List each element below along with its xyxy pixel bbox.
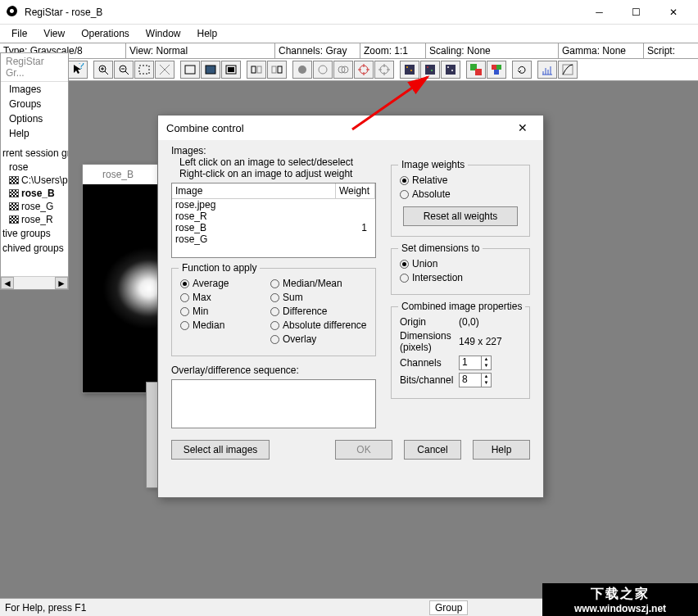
tb-zoom-fit[interactable] <box>134 61 154 79</box>
tb-fullscreen[interactable] <box>201 61 220 79</box>
step-down-icon[interactable]: ▼ <box>482 363 491 369</box>
svg-rect-32 <box>492 65 496 70</box>
radio-average[interactable]: Average <box>180 278 270 289</box>
menu-file[interactable]: File <box>3 26 35 41</box>
radio-difference[interactable]: Difference <box>270 306 367 317</box>
folder-icon <box>9 176 19 184</box>
status-group: Group <box>429 600 468 615</box>
sp-help[interactable]: Help <box>1 126 68 141</box>
svg-rect-33 <box>496 65 501 70</box>
sp-scrollbar[interactable]: ◄ ► <box>1 276 68 289</box>
radio-sum[interactable]: Sum <box>270 292 367 303</box>
tb-curves[interactable] <box>558 61 578 79</box>
menu-view[interactable]: View <box>35 26 73 41</box>
side-panel: RegiStar Gr... Images Groups Options Hel… <box>0 52 69 290</box>
info-gamma: Gamma: None <box>559 43 644 58</box>
menu-window[interactable]: Window <box>138 26 189 41</box>
sp-file-rose-r[interactable]: rose_R <box>1 213 68 226</box>
reset-weights-button[interactable]: Reset all weights <box>403 206 518 226</box>
tb-rotate[interactable] <box>512 61 532 79</box>
sp-group-rose[interactable]: rose <box>1 161 68 174</box>
step-up-icon[interactable]: ▲ <box>482 356 491 363</box>
radio-intersection[interactable]: Intersection <box>400 272 521 283</box>
svg-point-15 <box>298 66 306 74</box>
dialog-close-button[interactable]: ✕ <box>510 121 535 134</box>
radio-min[interactable]: Min <box>180 306 270 317</box>
watermark-text: 下载之家 <box>591 586 650 603</box>
images-table[interactable]: Image Weight rose.jpeg rose_R rose_B1 ro… <box>171 183 376 258</box>
tb-mosaic1[interactable] <box>400 61 419 79</box>
svg-point-28 <box>447 66 449 68</box>
tb-target2[interactable] <box>374 61 394 79</box>
ok-button[interactable]: OK <box>335 440 392 460</box>
sp-groups[interactable]: Groups <box>1 97 68 111</box>
maximize-button[interactable]: ☐ <box>618 1 655 24</box>
tb-circle1[interactable] <box>292 61 312 79</box>
sp-file-rose-g[interactable]: rose_G <box>1 200 68 213</box>
svg-point-29 <box>451 70 453 71</box>
weights-group: Image weights Relative Absolute Reset al… <box>391 165 530 237</box>
tb-mosaic3[interactable] <box>441 61 460 79</box>
svg-rect-10 <box>228 67 234 72</box>
table-row[interactable]: rose_G <box>172 233 375 245</box>
scroll-right-icon[interactable]: ► <box>55 277 68 289</box>
sequence-label: Overlay/difference sequence: <box>171 365 376 376</box>
tb-channel[interactable] <box>221 61 241 79</box>
radio-relative[interactable]: Relative <box>400 174 521 186</box>
tb-circle2[interactable] <box>313 61 333 79</box>
tb-split[interactable] <box>487 61 506 79</box>
tb-combine-rgb[interactable] <box>466 61 486 79</box>
table-row[interactable]: rose.jpeg <box>172 199 375 211</box>
bits-stepper[interactable]: 8▲▼ <box>459 373 492 387</box>
radio-union[interactable]: Union <box>400 258 521 270</box>
info-view: View: Normal <box>126 43 275 58</box>
scroll-left-icon[interactable]: ◄ <box>1 277 14 289</box>
sp-images[interactable]: Images <box>1 82 68 97</box>
select-all-button[interactable]: Select all images <box>171 440 270 460</box>
tb-crop[interactable] <box>155 61 174 79</box>
tb-histogram[interactable] <box>537 61 557 79</box>
cancel-button[interactable]: Cancel <box>404 440 461 460</box>
svg-rect-13 <box>272 66 276 73</box>
dialog-title: Combine control <box>166 122 510 134</box>
channels-stepper[interactable]: 1▲▼ <box>459 356 492 370</box>
tb-circles[interactable] <box>333 61 353 79</box>
radio-absdiff[interactable]: Absolute difference <box>270 319 367 331</box>
tb-next[interactable] <box>267 61 287 79</box>
tb-zoom-out[interactable] <box>114 61 134 79</box>
sp-file-rose-b[interactable]: rose_B <box>1 187 68 200</box>
svg-rect-34 <box>494 70 499 75</box>
tb-prev[interactable] <box>247 61 266 79</box>
sequence-list[interactable] <box>171 379 376 428</box>
step-up-icon[interactable]: ▲ <box>482 374 491 380</box>
col-weight[interactable]: Weight <box>336 183 375 198</box>
svg-point-26 <box>431 70 433 71</box>
minimize-button[interactable]: ─ <box>581 1 618 24</box>
step-down-icon[interactable]: ▼ <box>482 380 491 387</box>
tb-show-all[interactable] <box>180 61 200 79</box>
tb-zoom-in[interactable] <box>93 61 113 79</box>
svg-point-23 <box>410 70 412 71</box>
info-scaling: Scaling: None <box>426 43 559 58</box>
sp-options[interactable]: Options <box>1 111 68 126</box>
radio-absolute[interactable]: Absolute <box>400 188 521 200</box>
menu-help[interactable]: Help <box>189 26 226 41</box>
tb-pointer-help[interactable]: ? <box>68 61 88 79</box>
sp-group-path[interactable]: C:\Users\pc <box>1 174 68 187</box>
hint-select: Left click on an image to select/deselec… <box>171 156 376 168</box>
table-row[interactable]: rose_R <box>172 211 375 222</box>
help-button[interactable]: Help <box>473 440 530 460</box>
svg-rect-21 <box>405 65 415 75</box>
close-button[interactable]: ✕ <box>655 1 691 24</box>
radio-overlay[interactable]: Overlay <box>270 333 367 345</box>
col-image[interactable]: Image <box>172 183 336 198</box>
svg-point-25 <box>427 66 428 68</box>
table-row[interactable]: rose_B1 <box>172 222 375 233</box>
radio-max[interactable]: Max <box>180 292 270 303</box>
tb-mosaic2[interactable] <box>420 61 440 79</box>
dialog-titlebar[interactable]: Combine control ✕ <box>158 116 543 140</box>
radio-median[interactable]: Median <box>180 319 270 331</box>
menu-operations[interactable]: Operations <box>73 26 138 41</box>
radio-medianmean[interactable]: Median/Mean <box>270 278 367 289</box>
tb-target1[interactable] <box>354 61 374 79</box>
